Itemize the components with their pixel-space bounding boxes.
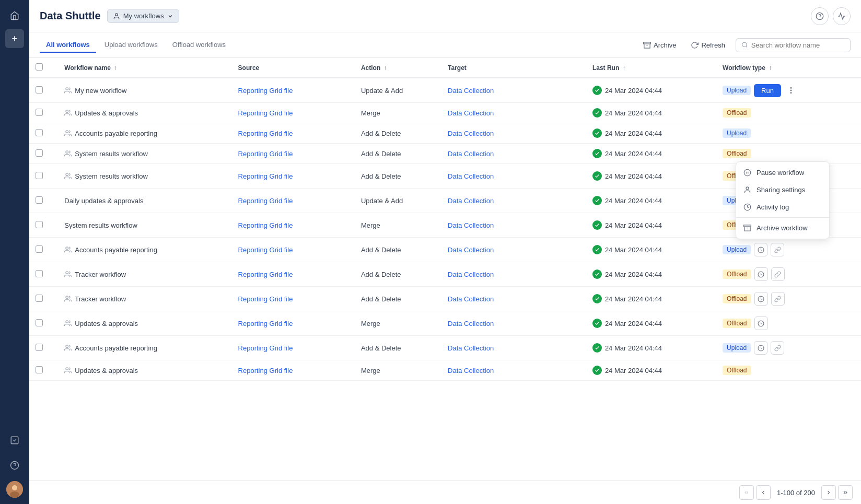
source-link[interactable]: Reporting Grid file — [238, 320, 293, 327]
th-target[interactable]: Target — [441, 58, 586, 78]
row-checkbox[interactable] — [36, 344, 43, 351]
dropdown-activity-log[interactable]: Activity log — [736, 198, 829, 216]
clock-icon-button[interactable] — [754, 317, 768, 330]
target-link[interactable]: Data Collection — [448, 320, 494, 327]
svg-point-28 — [66, 272, 68, 274]
row-checkbox[interactable] — [36, 86, 43, 93]
th-action[interactable]: Action ↑ — [355, 58, 441, 78]
row-checkbox[interactable] — [36, 245, 43, 253]
sidebar-checklist-icon[interactable] — [5, 431, 24, 450]
clock-icon-button[interactable] — [754, 243, 767, 256]
source-link[interactable]: Reporting Grid file — [238, 87, 293, 95]
main-content: Data Shuttle My workflows — [29, 0, 861, 504]
search-input[interactable] — [751, 41, 845, 49]
link-icon-button[interactable] — [771, 292, 785, 306]
row-action-cell: Add & Delete — [355, 144, 441, 164]
source-link[interactable]: Reporting Grid file — [238, 130, 293, 137]
row-source-cell: Reporting Grid file — [232, 78, 355, 103]
svg-rect-11 — [644, 42, 651, 43]
run-button[interactable]: Run — [754, 84, 781, 97]
row-source-cell: Reporting Grid file — [232, 262, 355, 287]
my-workflows-button[interactable]: My workflows — [107, 9, 179, 23]
pagination-first-button[interactable] — [739, 485, 754, 500]
source-link[interactable]: Reporting Grid file — [238, 271, 293, 278]
row-checkbox[interactable] — [36, 196, 43, 204]
row-checkbox[interactable] — [36, 109, 43, 116]
row-source-cell: Reporting Grid file — [232, 144, 355, 164]
row-checkbox[interactable] — [36, 295, 43, 302]
sidebar-add-button[interactable] — [5, 29, 24, 48]
clock-icon-button[interactable] — [754, 341, 767, 355]
archive-button[interactable]: Archive — [639, 39, 680, 52]
link-icon-button[interactable] — [771, 267, 785, 281]
pagination-prev-button[interactable] — [756, 485, 771, 500]
tab-offload-workflows[interactable]: Offload workflows — [166, 38, 232, 53]
source-link[interactable]: Reporting Grid file — [238, 172, 293, 180]
dropdown-pause-workflow[interactable]: Pause workflow — [736, 164, 829, 181]
target-link[interactable]: Data Collection — [448, 221, 494, 229]
source-link[interactable]: Reporting Grid file — [238, 295, 293, 303]
source-link[interactable]: Reporting Grid file — [238, 150, 293, 158]
link-icon-button[interactable] — [771, 341, 784, 355]
help-icon-button[interactable] — [811, 7, 829, 25]
pagination-last-button[interactable] — [838, 485, 853, 500]
svg-point-16 — [790, 88, 791, 88]
tab-all-workflows[interactable]: All workflows — [40, 38, 96, 53]
row-checkbox[interactable] — [36, 319, 43, 326]
th-last-run[interactable]: Last Run ↑ — [586, 58, 716, 78]
sidebar-help-icon[interactable] — [5, 456, 24, 475]
select-all-checkbox[interactable] — [36, 63, 43, 71]
sidebar-home-button[interactable] — [5, 6, 24, 25]
source-link[interactable]: Reporting Grid file — [238, 109, 293, 117]
row-action-cell: Merge — [355, 213, 441, 238]
row-checkbox[interactable] — [36, 172, 43, 179]
target-link[interactable]: Data Collection — [448, 344, 494, 352]
th-workflow-type[interactable]: Workflow type ↑ — [716, 58, 861, 78]
row-target-cell: Data Collection — [441, 287, 586, 311]
clock-icon-button[interactable] — [754, 292, 768, 306]
clock-icon-button[interactable] — [754, 267, 768, 281]
row-checkbox[interactable] — [36, 149, 43, 157]
workflow-name-text: Updates & approvals — [75, 367, 138, 374]
target-link[interactable]: Data Collection — [448, 150, 494, 158]
row-target-cell: Data Collection — [441, 123, 586, 144]
dropdown-archive-workflow[interactable]: Archive workflow — [736, 219, 829, 237]
row-name-cell: Tracker workflow — [58, 262, 231, 287]
target-link[interactable]: Data Collection — [448, 271, 494, 278]
link-icon-button[interactable] — [771, 243, 784, 256]
target-link[interactable]: Data Collection — [448, 367, 494, 374]
sidebar-avatar[interactable] — [6, 481, 23, 498]
row-source-cell: Reporting Grid file — [232, 238, 355, 262]
target-link[interactable]: Data Collection — [448, 295, 494, 303]
context-dropdown-menu: Pause workflow Sharing settings Activity… — [736, 161, 830, 239]
source-link[interactable]: Reporting Grid file — [238, 221, 293, 229]
shared-user-icon — [64, 150, 72, 157]
notification-icon-button[interactable] — [833, 7, 851, 25]
target-link[interactable]: Data Collection — [448, 172, 494, 180]
tab-upload-workflows[interactable]: Upload workflows — [98, 38, 164, 53]
row-checkbox[interactable] — [36, 129, 43, 136]
row-type-cell: Upload — [716, 238, 861, 262]
pagination-next-button[interactable] — [821, 485, 836, 500]
row-checkbox-cell — [29, 262, 58, 287]
target-link[interactable]: Data Collection — [448, 246, 494, 254]
row-target-cell: Data Collection — [441, 262, 586, 287]
svg-point-13 — [742, 42, 747, 46]
target-link[interactable]: Data Collection — [448, 197, 494, 205]
target-link[interactable]: Data Collection — [448, 87, 494, 95]
th-workflow-name[interactable]: Workflow name ↑ — [58, 58, 231, 78]
row-checkbox[interactable] — [36, 221, 43, 228]
th-source[interactable]: Source — [232, 58, 355, 78]
row-checkbox[interactable] — [36, 366, 43, 373]
refresh-button[interactable]: Refresh — [687, 39, 729, 52]
last-run-text: 24 Mar 2024 04:44 — [605, 320, 662, 327]
target-link[interactable]: Data Collection — [448, 109, 494, 117]
source-link[interactable]: Reporting Grid file — [238, 367, 293, 374]
source-link[interactable]: Reporting Grid file — [238, 246, 293, 254]
source-link[interactable]: Reporting Grid file — [238, 197, 293, 205]
row-checkbox[interactable] — [36, 270, 43, 277]
source-link[interactable]: Reporting Grid file — [238, 344, 293, 352]
dropdown-sharing-settings[interactable]: Sharing settings — [736, 181, 829, 198]
target-link[interactable]: Data Collection — [448, 130, 494, 137]
more-options-button[interactable] — [784, 84, 798, 97]
